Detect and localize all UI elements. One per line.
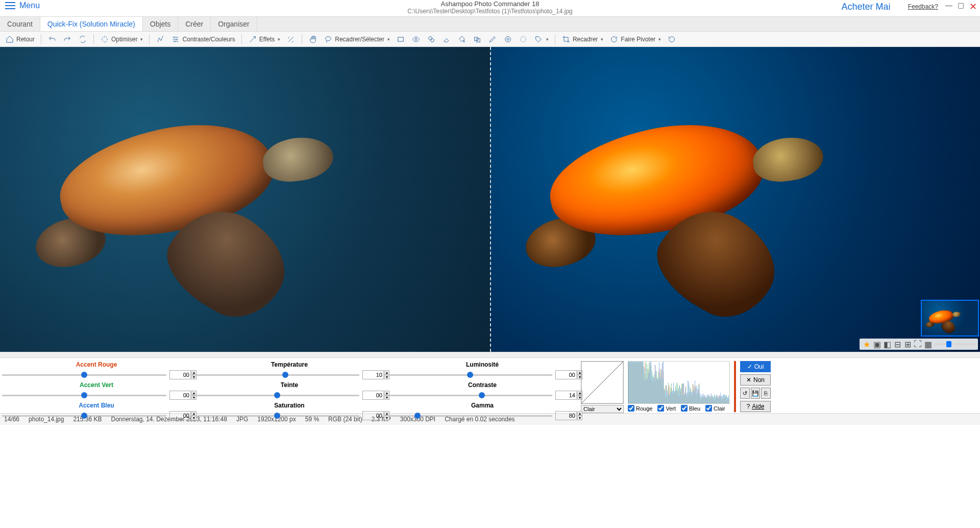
light-slider-2[interactable] (388, 412, 552, 419)
light-column: Luminosité00▲▼Contraste14▲▼Gamma80▲▼ (388, 361, 577, 412)
tone-slider-0[interactable] (195, 371, 359, 378)
star-icon[interactable]: ★ (863, 340, 871, 348)
heal-button[interactable] (501, 34, 514, 45)
histogram-column: Rouge Vert Bleu Clair (628, 361, 730, 412)
tab-courant[interactable]: Courant (0, 17, 40, 31)
buy-link[interactable]: Acheter Mai (842, 2, 891, 12)
pencil-button[interactable] (486, 34, 499, 45)
fullscreen-icon[interactable]: ⛶ (914, 340, 922, 348)
undo-button[interactable] (45, 34, 59, 45)
viewer-iconstrip: ★ ▣ ◧ ⊟ ⊞ ⛶ ▦ (860, 339, 978, 350)
frame-button[interactable] (394, 34, 407, 45)
compare-divider[interactable] (490, 47, 491, 352)
fill-button[interactable] (455, 34, 469, 45)
repeat-button[interactable] (76, 34, 89, 45)
magic-button[interactable] (284, 34, 298, 45)
adjust-button[interactable]: Contraste/Couleurs (169, 34, 237, 45)
light-slider-1[interactable] (388, 392, 552, 399)
light-slider-0[interactable] (388, 371, 552, 378)
histogram (628, 361, 730, 404)
cancel-button[interactable]: ✕ Non (740, 374, 771, 386)
zoom-slider[interactable] (934, 343, 975, 345)
check-vert[interactable]: Vert (657, 405, 676, 412)
ok-button[interactable]: ✓ Oui (740, 361, 771, 372)
blur-button[interactable] (517, 34, 530, 45)
light-label-0: Luminosité (388, 361, 577, 368)
check-bleu[interactable]: Bleu (681, 405, 700, 412)
accent-spin-2[interactable]: 00▲▼ (169, 411, 191, 420)
accent-divider (734, 361, 736, 412)
accent-slider-0[interactable] (2, 371, 166, 378)
zoomin-icon[interactable]: ⊞ (903, 340, 912, 348)
fit-icon[interactable]: ▣ (873, 340, 881, 348)
redo-button[interactable] (61, 34, 74, 45)
separator (302, 34, 302, 44)
image-original[interactable] (0, 47, 490, 352)
erase-button[interactable] (440, 34, 453, 45)
check-rouge[interactable]: Rouge (628, 405, 652, 412)
accent-spin-0[interactable]: 00▲▼ (169, 370, 191, 379)
optimize-button[interactable]: Optimiser ▾ (98, 34, 145, 45)
clone-button[interactable] (425, 34, 438, 45)
tab-quickfix[interactable]: Quick-Fix (Solution Miracle) (40, 17, 143, 31)
rotate-button[interactable]: Faire Pivoter▾ (607, 34, 663, 45)
grid-icon[interactable]: ▦ (924, 340, 932, 348)
maximize-icon[interactable]: ▢ (958, 1, 964, 12)
crop-select-button[interactable]: Recadrer/Sélecter▾ (322, 34, 392, 45)
redeye-button[interactable] (409, 34, 423, 45)
separator (149, 34, 150, 44)
stamp-icon (473, 35, 482, 44)
chevron-down-icon: ▾ (387, 37, 390, 42)
navigator-thumbnail[interactable] (921, 300, 979, 337)
save-button[interactable]: 💾 (751, 388, 761, 399)
tone-curve[interactable] (581, 361, 624, 404)
zoomout-icon[interactable]: ⊟ (893, 340, 901, 348)
rotate-ccw-button[interactable] (665, 34, 678, 45)
check-clair[interactable]: Clair (705, 405, 725, 412)
tone-spin-0[interactable]: 10▲▼ (362, 370, 384, 379)
accent-spin-1[interactable]: 00▲▼ (169, 391, 191, 400)
main-tabs: Courant Quick-Fix (Solution Miracle) Obj… (0, 16, 980, 32)
light-spin-0[interactable]: 00▲▼ (555, 370, 577, 379)
close-icon[interactable]: ✕ (969, 1, 977, 12)
curve-channel-select[interactable]: Clair (581, 405, 624, 413)
accent-label-2: Accent Bleu (2, 402, 191, 409)
tone-spin-2[interactable]: 00▲▼ (362, 411, 384, 420)
tag-button[interactable]: ▾ (532, 34, 551, 45)
levels-button[interactable] (154, 34, 167, 45)
toolbar: Retour Optimiser ▾ Contraste/Couleurs Ef… (0, 32, 980, 47)
contrast-label: Contraste/Couleurs (182, 36, 235, 43)
chevron-down-icon: ▾ (658, 37, 661, 42)
accent-slider-1[interactable] (2, 392, 166, 399)
accent-slider-2[interactable] (2, 412, 166, 419)
tab-objets[interactable]: Objets (143, 17, 178, 31)
tone-spin-1[interactable]: 00▲▼ (362, 391, 384, 400)
feedback-link[interactable]: Feedback? (908, 3, 938, 10)
photo-content (19, 108, 411, 321)
menu-button[interactable]: Menu (0, 0, 45, 10)
levels-icon (156, 35, 165, 44)
help-button[interactable]: ? Aide (740, 401, 771, 412)
tone-slider-2[interactable] (195, 412, 359, 419)
eye-icon (411, 35, 421, 44)
separator (93, 34, 94, 44)
tab-organiser[interactable]: Organiser (211, 17, 257, 31)
reset-button[interactable]: ↺ (740, 388, 750, 399)
minimize-icon[interactable]: — (945, 1, 952, 12)
copy-button[interactable]: ⎘ (761, 388, 771, 399)
bucket-icon (457, 35, 467, 44)
tone-slider-1[interactable] (195, 392, 359, 399)
light-spin-1[interactable]: 14▲▼ (555, 391, 577, 400)
menu-label: Menu (19, 1, 40, 10)
hand-button[interactable] (306, 34, 320, 45)
rotate-ccw-icon (667, 35, 676, 44)
light-spin-2[interactable]: 80▲▼ (555, 411, 577, 420)
stamp-button[interactable] (471, 34, 484, 45)
tone-label-0: Température (195, 361, 384, 368)
actual-icon[interactable]: ◧ (883, 340, 891, 348)
tab-creer[interactable]: Créer (178, 17, 211, 31)
back-button[interactable]: Retour (3, 34, 37, 45)
effects-button[interactable]: Effets▾ (246, 34, 282, 45)
crop-button[interactable]: Recadrer▾ (559, 34, 605, 45)
image-preview[interactable]: ★ ▣ ◧ ⊟ ⊞ ⛶ ▦ (490, 47, 980, 352)
